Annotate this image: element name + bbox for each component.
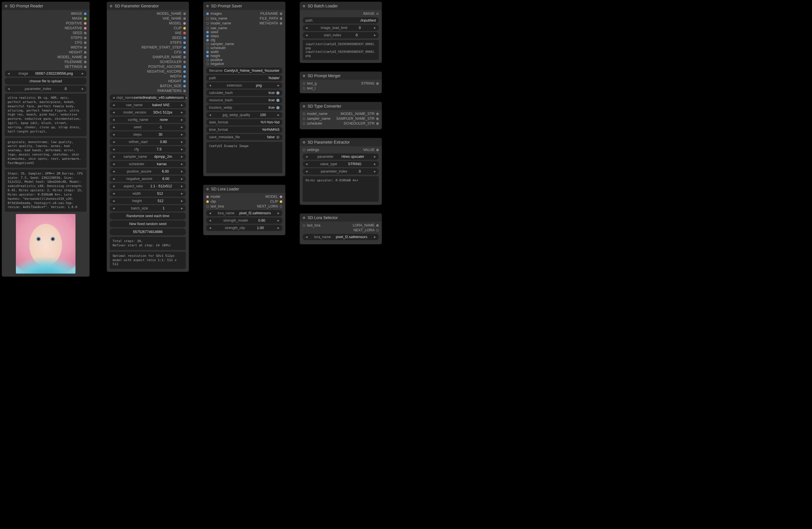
in-last-lora[interactable]: last_lora — [206, 204, 224, 208]
out-image[interactable]: IMAGE — [5, 12, 87, 16]
extension-widget[interactable]: extensionpng — [206, 82, 282, 88]
out-filename[interactable]: FILENAME — [5, 60, 87, 64]
in-settings[interactable]: settings — [303, 148, 319, 152]
out-model-name-str[interactable]: MODEL_NAME_STR — [341, 112, 379, 116]
in-cfg[interactable]: cfg — [206, 38, 282, 42]
in-clip[interactable]: clip — [206, 200, 216, 203]
node-batch-loader[interactable]: SD Batch Loader IMAGE path./input/test i… — [300, 2, 382, 63]
upload-button[interactable]: choose file to upload — [5, 78, 87, 85]
node-prompt-reader[interactable]: SD Prompt Reader IMAGE MASK POSITIVE NEG… — [2, 2, 90, 277]
in-seed[interactable]: seed — [206, 30, 282, 34]
in-text-l[interactable]: text_l — [303, 86, 379, 90]
out-clip[interactable]: CLIP — [270, 200, 282, 203]
pg-positive_ascore[interactable]: positive_ascore6.00 — [110, 168, 186, 174]
out-width[interactable]: WIDTH — [110, 74, 186, 78]
in-height[interactable]: height — [206, 54, 282, 58]
in-scheduler[interactable]: scheduler — [206, 46, 282, 50]
in-scheduler[interactable]: scheduler — [303, 121, 322, 126]
limit-widget[interactable]: image_load_limit0 — [303, 25, 379, 31]
in-negative[interactable]: negative — [206, 62, 282, 66]
out-sampler-name-str[interactable]: SAMPLER_NAME_STR — [336, 117, 379, 120]
out-clip[interactable]: CLIP — [110, 26, 186, 30]
in-last-lora[interactable]: last_lora — [303, 223, 320, 227]
parameter-widget[interactable]: parameterHires upscaler — [303, 154, 379, 160]
settings-text[interactable]: Steps: 35, Sampler: DPM++ 2M Karras, CFG… — [5, 169, 87, 212]
out-scheduler[interactable]: SCHEDULER — [110, 60, 186, 64]
pg-height[interactable]: height512 — [110, 198, 186, 204]
out-seed[interactable]: SEED — [5, 31, 87, 35]
node-param-extractor[interactable]: SD Parameter Extractor settingsVALUE par… — [300, 138, 382, 205]
out-params[interactable]: PARAMETERS — [110, 89, 186, 93]
out-cfg[interactable]: CFG — [110, 50, 186, 54]
in-steps[interactable]: steps — [206, 34, 282, 38]
lora-name-widget[interactable]: lora_namepixel_f2.safetensors — [206, 210, 282, 216]
param-index-widget[interactable]: parameter_index0 — [303, 168, 379, 174]
lossless-toggle[interactable]: lossless_webptrue — [206, 104, 282, 111]
out-next-lora[interactable]: NEXT_LORA — [257, 204, 282, 208]
node-lora-selector[interactable]: SD Lora Selector last_loraLORA_NAME NEXT… — [300, 213, 382, 244]
pg-vae_name[interactable]: vae_namebaked VAE — [110, 102, 186, 108]
out-steps[interactable]: STEPS — [110, 41, 186, 45]
out-height[interactable]: HEIGHT — [5, 50, 87, 54]
new-fixed-seed-button[interactable]: New fixed random seed — [110, 220, 186, 227]
negative-text[interactable]: grayscale, monochrome, low quality, wors… — [5, 138, 87, 168]
start-index-widget[interactable]: start_index0 — [303, 32, 379, 38]
time-format-widget[interactable]: time_format%H%M%S — [206, 127, 282, 133]
out-filename[interactable]: FILENAME — [260, 12, 282, 16]
out-vaename[interactable]: VAE_NAME — [110, 16, 186, 20]
in-model-name[interactable]: model_name — [303, 112, 328, 116]
pg-width[interactable]: width512 — [110, 190, 186, 197]
out-sampler[interactable]: SAMPLER_NAME — [110, 55, 186, 59]
out-next-lora[interactable]: NEXT_LORA — [303, 228, 379, 232]
save-metadata-toggle[interactable]: save_metadata_filefalse — [206, 134, 282, 140]
positive-text[interactable]: ultra realistic 8k cg, HDR, epic, perfec… — [5, 94, 87, 136]
out-vae[interactable]: VAE — [110, 31, 186, 35]
out-string[interactable]: STRING — [361, 82, 379, 85]
date-format-widget[interactable]: date_format%Y-%m-%d — [206, 119, 282, 126]
strength-clip-widget[interactable]: strength_clip1.00 — [206, 225, 282, 231]
out-pos-ascore[interactable]: POSITIVE_ASCORE — [110, 65, 186, 69]
resource-hash-toggle[interactable]: resource_hashtrue — [206, 97, 282, 103]
out-seed[interactable]: SEED — [110, 36, 186, 40]
node-type-converter[interactable]: SD Type Converter model_nameMODEL_NAME_S… — [300, 102, 382, 129]
out-settings[interactable]: SETTINGS — [5, 65, 87, 69]
out-filepath[interactable]: FILE_PATH — [260, 16, 282, 20]
out-model[interactable]: MODEL — [110, 21, 186, 25]
pg-steps[interactable]: steps30 — [110, 131, 186, 138]
saver-text[interactable]: ComfyUI Example Image — [206, 142, 282, 173]
out-width[interactable]: WIDTH — [5, 45, 87, 49]
pg-cfg[interactable]: cfg7.5 — [110, 146, 186, 153]
pg-negative_ascore[interactable]: negative_ascore6.00 — [110, 176, 186, 182]
out-modelname[interactable]: MODEL_NAME — [110, 12, 186, 16]
in-text-g[interactable]: text_g — [303, 82, 317, 85]
image-widget[interactable]: image 00067-2302238556.png — [5, 70, 87, 77]
out-height[interactable]: HEIGHT — [110, 79, 186, 83]
in-sampler-name[interactable]: sampler_name — [303, 117, 331, 120]
out-scheduler-str[interactable]: SCHEDULER_STR — [344, 121, 379, 126]
param-index-widget[interactable]: parameter_index 0 — [5, 86, 87, 92]
node-param-generator[interactable]: SD Parameter Generator MODEL_NAME VAE_NA… — [107, 2, 189, 272]
node-lora-loader[interactable]: SD Lora Loader modelMODEL clipCLIP last_… — [203, 185, 286, 235]
out-metadata[interactable]: METADATA — [260, 21, 282, 25]
quality-widget[interactable]: jpg_webp_quality100 — [206, 112, 282, 118]
pg-model_version[interactable]: model_versionSDv1 512px — [110, 109, 186, 115]
out-negative[interactable]: NEGATIVE — [5, 26, 87, 30]
path-widget[interactable]: path%date/ — [206, 75, 282, 81]
in-model[interactable]: model — [206, 195, 220, 199]
in-width[interactable]: width — [206, 50, 282, 54]
out-modelname[interactable]: MODEL_NAME — [5, 55, 87, 59]
path-widget[interactable]: path./input/test — [303, 17, 379, 24]
in-positive[interactable]: positive — [206, 58, 282, 62]
strength-model-widget[interactable]: strength_model0.60 — [206, 217, 282, 224]
pg-batch_size[interactable]: batch_size1 — [110, 205, 186, 212]
node-prompt-merger[interactable]: SD Prompt Merger text_gSTRING text_l — [300, 72, 382, 94]
out-refiner[interactable]: REFINER_START_STEP — [110, 45, 186, 49]
out-positive[interactable]: POSITIVE — [5, 21, 87, 25]
pg-config_name[interactable]: config_namenone — [110, 117, 186, 123]
out-value[interactable]: VALUE — [363, 148, 379, 152]
lora-name-widget[interactable]: lora_namepixel_f2.safetensors — [303, 234, 379, 240]
out-cfg[interactable]: CFG — [5, 41, 87, 45]
pg-ckpt_name[interactable]: ckpt_namexxmix9realistic_v40.safetensors — [110, 95, 186, 101]
in-vae-name[interactable]: vae_name — [206, 26, 282, 30]
in-lora-name[interactable]: lora_name — [206, 16, 227, 20]
